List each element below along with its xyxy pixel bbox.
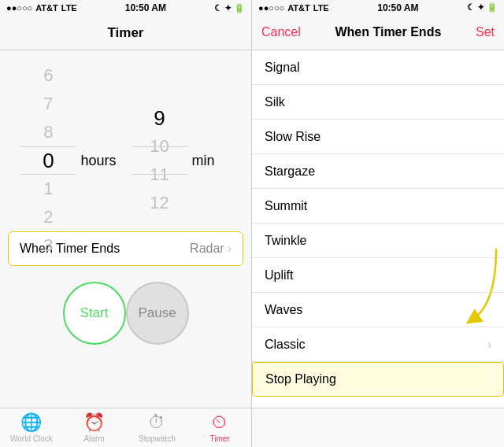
right-carrier: ●●○○○ AT&T LTE	[258, 3, 329, 13]
list-item-signal[interactable]: Signal	[252, 50, 504, 85]
right-signal: ●●○○○	[258, 3, 284, 13]
tab-timer-label: Timer	[210, 434, 230, 443]
cancel-button[interactable]: Cancel	[261, 25, 301, 39]
min-selected: 9	[132, 104, 187, 132]
when-timer-ends-title: When Timer Ends	[335, 25, 441, 39]
hours-label: hours	[80, 153, 116, 169]
battery-icon: 🔋	[234, 3, 245, 13]
start-button[interactable]: Start	[63, 282, 126, 345]
tab-alarm[interactable]: ⏰ Alarm	[63, 412, 126, 443]
list-item-slow-rise[interactable]: Slow Rise	[252, 120, 504, 154]
right-carrier-name: AT&T	[287, 3, 310, 13]
tab-world-clock-label: World Clock	[10, 434, 53, 443]
stargaze-label: Stargaze	[265, 164, 315, 179]
tab-alarm-label: Alarm	[84, 434, 105, 443]
hour-below-2: 2	[20, 203, 76, 231]
right-tab-spacer	[252, 408, 504, 447]
silk-label: Silk	[265, 95, 285, 109]
hours-col[interactable]: 6 7 8 0 1 2 3	[20, 61, 76, 260]
mins-col[interactable]: 9 10 11 12	[132, 104, 187, 217]
list-item-uplift[interactable]: Uplift	[252, 258, 504, 293]
twinkle-label: Twinkle	[265, 234, 306, 248]
hour-above-2: 7	[20, 90, 76, 118]
right-moon: ☾	[467, 2, 475, 13]
network-type: LTE	[61, 3, 77, 13]
left-time: 10:50 AM	[125, 2, 166, 13]
picker-wrapper: 6 7 8 0 1 2 3 hours 9 10	[0, 90, 251, 231]
tab-timer[interactable]: ⏲ Timer	[188, 412, 251, 443]
bluetooth-icon: ✦	[224, 3, 232, 13]
slow-rise-label: Slow Rise	[265, 130, 321, 144]
right-nav: ●●○○○ AT&T LTE 10:50 AM ☾ ✦ 🔋 Cancel Whe…	[252, 0, 504, 50]
right-time: 10:50 AM	[377, 2, 418, 13]
right-bluetooth: ✦	[477, 2, 484, 13]
signal-label: Signal	[265, 61, 299, 75]
right-nav-bar: Cancel When Timer Ends Set	[252, 16, 504, 50]
moon-icon: ☾	[214, 3, 222, 13]
right-battery: 🔋	[487, 2, 498, 13]
left-tab-bar: 🌐 World Clock ⏰ Alarm ⏱ Stopwatch ⏲ Time…	[0, 408, 251, 447]
when-timer-value: Radar ›	[190, 242, 232, 256]
right-icons: ☾ ✦ 🔋	[467, 2, 498, 13]
min-below-2: 11	[132, 161, 187, 189]
classic-label: Classic	[265, 338, 306, 352]
when-timer-chevron: ›	[228, 242, 232, 256]
left-carrier: ●●○○○ AT&T LTE	[6, 3, 77, 13]
stop-playing-label: Stop Playing	[265, 372, 336, 386]
hour-below-1: 1	[20, 175, 76, 203]
list-item-waves[interactable]: Waves	[252, 293, 504, 327]
timer-icon: ⏲	[211, 412, 228, 433]
hour-above-1: 8	[20, 118, 76, 146]
world-clock-icon: 🌐	[20, 412, 42, 433]
min-below-1: 10	[132, 132, 187, 161]
mins-label: min	[192, 153, 215, 169]
carrier-name: AT&T	[35, 3, 58, 13]
classic-chevron: ›	[487, 338, 491, 352]
list-item-stargaze[interactable]: Stargaze	[252, 154, 504, 189]
tab-stopwatch-label: Stopwatch	[139, 434, 176, 443]
picker-area[interactable]: 6 7 8 0 1 2 3 hours 9 10	[0, 50, 251, 408]
tones-list: Signal Silk Slow Rise Stargaze Summit Tw…	[252, 50, 504, 408]
list-item-stop-playing[interactable]: Stop Playing	[252, 362, 504, 397]
list-item-twinkle[interactable]: Twinkle	[252, 224, 504, 258]
right-status-bar: ●●○○○ AT&T LTE 10:50 AM ☾ ✦ 🔋	[252, 0, 504, 16]
tab-world-clock[interactable]: 🌐 World Clock	[0, 412, 63, 443]
hour-below-3: 3	[20, 231, 76, 260]
pause-button[interactable]: Pause	[126, 282, 189, 345]
right-network: LTE	[313, 3, 329, 13]
summit-label: Summit	[265, 199, 307, 213]
signal-dots: ●●○○○	[6, 3, 32, 13]
hour-above-3: 6	[20, 61, 76, 90]
right-panel: ●●○○○ AT&T LTE 10:50 AM ☾ ✦ 🔋 Cancel Whe…	[252, 0, 504, 447]
buttons-row: Start Pause	[47, 274, 205, 360]
left-nav-bar: Timer	[0, 16, 251, 50]
left-status-bar: ●●○○○ AT&T LTE 10:50 AM ☾ ✦ 🔋	[0, 0, 251, 16]
waves-label: Waves	[265, 303, 302, 317]
set-button[interactable]: Set	[476, 25, 495, 39]
alarm-icon: ⏰	[83, 412, 105, 433]
hour-selected: 0	[20, 146, 76, 175]
left-right-status: ☾ ✦ 🔋	[214, 3, 245, 13]
min-below-3: 12	[132, 189, 187, 217]
tab-stopwatch[interactable]: ⏱ Stopwatch	[126, 412, 189, 443]
stopwatch-icon: ⏱	[148, 412, 165, 433]
list-item-summit[interactable]: Summit	[252, 189, 504, 224]
list-item-silk[interactable]: Silk	[252, 85, 504, 120]
list-item-classic[interactable]: Classic ›	[252, 327, 504, 362]
left-panel: ●●○○○ AT&T LTE 10:50 AM ☾ ✦ 🔋 Timer 6 7 …	[0, 0, 252, 447]
uplift-label: Uplift	[265, 268, 293, 283]
left-title: Timer	[108, 25, 144, 41]
